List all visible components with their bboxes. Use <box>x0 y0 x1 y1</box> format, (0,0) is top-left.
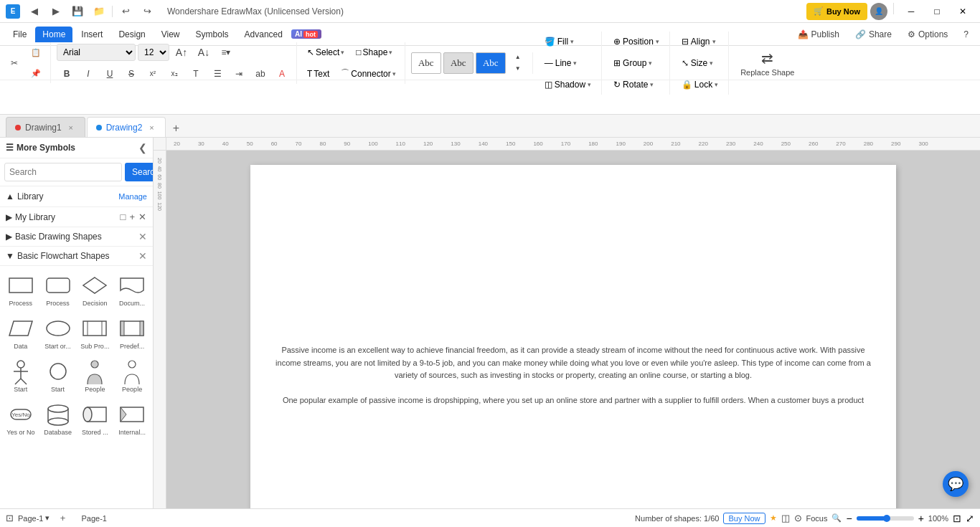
expand-btn[interactable]: ⤢ <box>966 513 974 524</box>
undo-btn[interactable]: ↩ <box>116 4 136 19</box>
indent-btn[interactable]: ⇥ <box>229 64 249 84</box>
zoom-out-btn[interactable]: − <box>846 513 852 524</box>
shape-document[interactable]: Docum... <box>114 269 150 310</box>
focus-icon[interactable]: ⊙ <box>794 513 802 523</box>
align-btn[interactable]: ≡▾ <box>216 42 236 62</box>
my-library-export-btn[interactable]: □ <box>120 211 127 223</box>
group-btn[interactable]: ⊞ Group ▾ <box>608 53 665 73</box>
basic-flowchart-close-btn[interactable]: ✕ <box>138 250 147 262</box>
sidebar-collapse-btn[interactable]: ❮ <box>138 142 147 153</box>
menu-home[interactable]: Home <box>35 27 72 42</box>
menu-file[interactable]: File <box>6 27 34 42</box>
close-btn[interactable]: ✕ <box>951 3 974 20</box>
zoom-in-btn[interactable]: + <box>918 513 924 524</box>
strikethrough-btn[interactable]: S <box>121 64 141 84</box>
menu-insert[interactable]: Insert <box>74 27 110 42</box>
position-btn[interactable]: ⊕ Position ▾ <box>608 32 665 52</box>
open-btn[interactable]: 📁 <box>89 4 109 19</box>
options-btn[interactable]: ⚙ Options <box>902 27 953 42</box>
shape-process-2[interactable]: Process <box>40 269 76 310</box>
redo-btn[interactable]: ↪ <box>137 4 157 19</box>
shape-predefined[interactable]: Predef... <box>114 312 150 353</box>
font-color-btn[interactable]: A <box>272 64 292 84</box>
publish-btn[interactable]: 📤 Publish <box>792 27 845 42</box>
basic-drawing-shapes-close-btn[interactable]: ✕ <box>138 231 147 242</box>
shape-start-oval[interactable]: Start or... <box>40 312 76 353</box>
fit-page-btn[interactable]: ⊡ <box>953 513 961 524</box>
style-scroll-down[interactable]: ▼ <box>508 64 528 74</box>
menu-advanced[interactable]: Advanced <box>237 27 290 42</box>
italic-btn[interactable]: I <box>78 64 98 84</box>
shape-data[interactable]: Data <box>3 312 39 353</box>
shape-database[interactable]: Database <box>40 398 76 440</box>
help-btn[interactable]: ? <box>958 27 974 42</box>
tab-drawing2[interactable]: Drawing2 × <box>87 117 166 137</box>
paste-btn[interactable]: 📌 <box>26 63 46 83</box>
size-btn[interactable]: ⤡ Size ▾ <box>676 53 724 73</box>
back-btn[interactable]: ◀ <box>24 4 44 19</box>
text-dir-btn[interactable]: T <box>186 64 206 84</box>
underline-btn[interactable]: U <box>100 64 120 84</box>
shape-stored[interactable]: Stored ... <box>77 398 113 440</box>
search-input[interactable] <box>4 163 122 181</box>
select-tool-btn[interactable]: ↖ Select ▾ <box>303 42 349 62</box>
my-library-close-btn[interactable]: ✕ <box>138 211 147 223</box>
font-size-select[interactable]: 12 <box>138 44 169 61</box>
shape-people-2[interactable]: People <box>114 355 150 397</box>
manage-btn[interactable]: Manage <box>118 192 147 201</box>
minimize-btn[interactable]: ─ <box>900 3 923 20</box>
decrease-font-btn[interactable]: A↓ <box>194 42 214 62</box>
lock-btn[interactable]: 🔒 Lock ▾ <box>676 75 724 95</box>
text-tool-btn[interactable]: T Text <box>303 64 334 84</box>
fill-btn[interactable]: 🪣 Fill ▾ <box>539 32 597 52</box>
layers-icon[interactable]: ◫ <box>781 513 790 523</box>
status-buy-now-btn[interactable]: Buy Now <box>723 513 765 524</box>
shape-style-3[interactable]: Abc <box>476 52 506 74</box>
add-tab-btn[interactable]: + <box>167 120 184 137</box>
search-button[interactable]: Search <box>125 163 154 181</box>
shape-start-circle[interactable]: Start <box>40 355 76 397</box>
align-tool-btn[interactable]: ⊟ Align ▾ <box>676 32 724 52</box>
save-btn[interactable]: 💾 <box>67 4 88 19</box>
ai-badge[interactable]: AI hot <box>291 29 321 39</box>
basic-flowchart-shapes-header[interactable]: ▼ Basic Flowchart Shapes ✕ <box>0 247 153 266</box>
user-avatar[interactable]: 👤 <box>870 3 887 20</box>
my-library-section[interactable]: ▶ My Library □ + ✕ <box>0 207 153 227</box>
chatbot-btn[interactable]: 💬 <box>943 471 969 497</box>
line-btn[interactable]: — Line ▾ <box>539 53 597 73</box>
menu-symbols[interactable]: Symbols <box>189 27 236 42</box>
shape-style-2[interactable]: Abc <box>443 52 473 74</box>
shape-style-1[interactable]: Abc <box>411 52 441 74</box>
style-scroll-up[interactable]: ▲ <box>508 52 528 62</box>
replace-shape-btn[interactable]: ⇄ Replace Shape <box>738 42 797 85</box>
tab-drawing2-close[interactable]: × <box>146 123 156 133</box>
maximize-btn[interactable]: □ <box>925 3 948 20</box>
rotate-btn[interactable]: ↻ Rotate ▾ <box>608 75 665 95</box>
shape-tool-btn[interactable]: □ Shape ▾ <box>352 42 397 62</box>
page-label-status[interactable]: Page-1 <box>18 514 43 523</box>
add-page-btn[interactable]: + <box>54 510 71 527</box>
buy-now-button[interactable]: 🛒 Buy Now <box>806 3 867 20</box>
shape-yes-no[interactable]: Yes/No Yes or No <box>3 398 39 440</box>
menu-design[interactable]: Design <box>111 27 152 42</box>
shape-people-1[interactable]: People <box>77 355 113 397</box>
menu-view[interactable]: View <box>154 27 187 42</box>
my-library-add-btn[interactable]: + <box>128 211 136 223</box>
cut-btn[interactable]: ✂ <box>4 53 24 73</box>
highlight-btn[interactable]: ab <box>250 64 270 84</box>
copy-btn[interactable]: 📋 <box>26 42 46 62</box>
forward-btn[interactable]: ▶ <box>46 4 66 19</box>
zoom-slider[interactable] <box>857 516 914 521</box>
shape-internal[interactable]: Internal... <box>114 398 150 440</box>
bold-btn[interactable]: B <box>57 64 77 84</box>
shape-decision[interactable]: Decision <box>77 269 113 310</box>
shape-process-1[interactable]: Process <box>3 269 39 310</box>
shape-subprocess[interactable]: Sub Pro... <box>77 312 113 353</box>
library-header[interactable]: ▲ Library Manage <box>6 189 147 204</box>
canvas-content[interactable]: Passive income is an excellent way to ac… <box>166 151 980 508</box>
subscript-btn[interactable]: x₂ <box>164 64 184 84</box>
tab-drawing1[interactable]: Drawing1 × <box>6 117 85 137</box>
increase-font-btn[interactable]: A↑ <box>171 42 192 62</box>
connector-tool-btn[interactable]: ⌒ Connector ▾ <box>336 64 400 84</box>
shape-start-person[interactable]: Start <box>3 355 39 397</box>
